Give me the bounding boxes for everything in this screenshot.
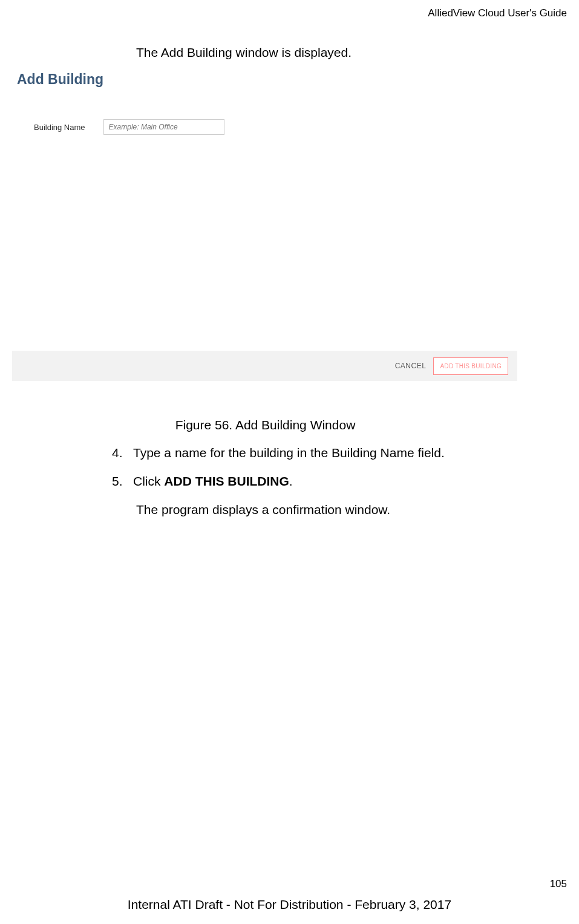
step-4: 4.Type a name for the building in the Bu… [112, 446, 445, 460]
header-guide-title: AlliedView Cloud User's Guide [428, 7, 567, 19]
form-row: Building Name [12, 119, 517, 135]
screenshot-footer: CANCEL ADD THIS BUILDING [12, 351, 517, 381]
confirmation-text: The program displays a confirmation wind… [136, 503, 390, 517]
footer-draft-notice: Internal ATI Draft - Not For Distributio… [0, 897, 579, 912]
step-4-number: 4. [112, 446, 133, 460]
step-5-bold: ADD THIS BUILDING [164, 474, 289, 488]
add-this-building-button[interactable]: ADD THIS BUILDING [433, 357, 508, 375]
screenshot-window-title: Add Building [12, 65, 517, 88]
step-5-suffix: . [289, 474, 293, 488]
step-5-prefix: Click [133, 474, 164, 488]
building-name-input[interactable] [103, 119, 224, 135]
intro-text: The Add Building window is displayed. [136, 45, 352, 60]
building-name-label: Building Name [34, 123, 85, 132]
step-5-number: 5. [112, 474, 133, 489]
figure-caption: Figure 56. Add Building Window [0, 418, 531, 432]
page-number: 105 [550, 878, 567, 890]
add-building-screenshot: Add Building Building Name CANCEL ADD TH… [12, 65, 517, 381]
step-4-text: Type a name for the building in the Buil… [133, 446, 445, 460]
cancel-button[interactable]: CANCEL [395, 362, 427, 370]
step-5: 5.Click ADD THIS BUILDING. [112, 474, 293, 489]
